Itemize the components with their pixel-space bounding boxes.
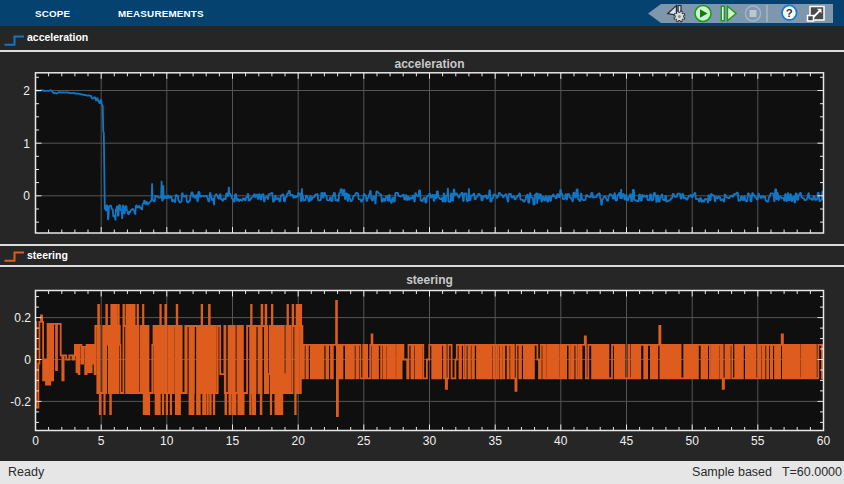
- svg-text:steering: steering: [406, 273, 453, 287]
- svg-text:20: 20: [292, 434, 306, 448]
- svg-text:15: 15: [226, 434, 240, 448]
- svg-text:0: 0: [32, 434, 39, 448]
- svg-text:0.2: 0.2: [14, 311, 31, 325]
- svg-text:55: 55: [751, 434, 765, 448]
- svg-text:5: 5: [98, 434, 105, 448]
- svg-text:60: 60: [817, 434, 831, 448]
- svg-text:10: 10: [160, 434, 174, 448]
- svg-text:0: 0: [23, 189, 30, 203]
- svg-text:50: 50: [686, 434, 700, 448]
- svg-text:1: 1: [23, 137, 30, 151]
- svg-text:30: 30: [423, 434, 437, 448]
- svg-text:acceleration: acceleration: [394, 57, 464, 71]
- svg-text:45: 45: [620, 434, 634, 448]
- svg-text:2: 2: [23, 84, 30, 98]
- svg-text:25: 25: [357, 434, 371, 448]
- svg-text:0: 0: [24, 353, 31, 367]
- svg-text:35: 35: [489, 434, 503, 448]
- svg-text:40: 40: [554, 434, 568, 448]
- svg-text:-0.2: -0.2: [10, 395, 31, 409]
